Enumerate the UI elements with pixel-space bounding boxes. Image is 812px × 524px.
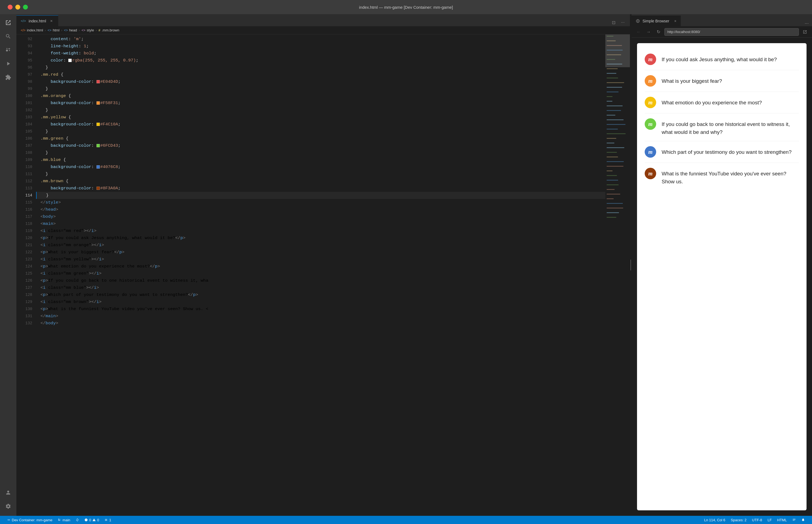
code-line[interactable]: } <box>36 149 605 156</box>
code-line[interactable]: </head> <box>36 206 605 213</box>
code-line[interactable]: <i class="mm blue"></i> <box>36 284 605 291</box>
forward-button[interactable]: → <box>645 28 652 36</box>
code-line[interactable]: font-weight: bold; <box>36 50 605 57</box>
breadcrumb-index-html[interactable]: </> index.html <box>21 28 43 32</box>
status-encoding[interactable]: UTF-8 <box>749 518 765 522</box>
code-line[interactable]: <p>What emotion do you experience the mo… <box>36 263 605 270</box>
breadcrumb-mm-brown[interactable]: # .mm.brown <box>98 28 119 32</box>
code-line[interactable]: } <box>36 85 605 92</box>
activity-settings-icon[interactable] <box>2 501 14 512</box>
breadcrumb-tag-icon: <> <box>48 29 51 32</box>
code-line[interactable]: <i class="mm brown"></i> <box>36 298 605 306</box>
line-number: 99 <box>16 85 32 92</box>
code-line[interactable]: <body> <box>36 213 605 220</box>
code-line[interactable]: <i class="mm green"></i> <box>36 270 605 277</box>
code-line[interactable]: </main> <box>36 313 605 320</box>
editor-tab-index-html[interactable]: </> index.html ✕ <box>16 15 58 26</box>
code-line[interactable]: } <box>36 107 605 114</box>
status-eol[interactable]: LF <box>765 518 774 522</box>
browser-tab-more[interactable]: ··· <box>805 20 812 26</box>
line-number: 119 <box>16 227 32 234</box>
status-sync[interactable] <box>73 516 82 524</box>
mm-item: mWhat emotion do you experience the most… <box>645 92 799 113</box>
code-line[interactable]: <p>What is your biggest fear?</p> <box>36 249 605 256</box>
open-external-button[interactable] <box>801 28 809 36</box>
code-line[interactable]: background-color: #F4C10A; <box>36 121 605 128</box>
code-editor[interactable]: 9293949596979899100101102103104105106107… <box>16 34 630 516</box>
status-ports[interactable]: 1 <box>102 516 114 524</box>
activity-explorer-icon[interactable] <box>2 17 14 29</box>
breadcrumb-class-icon: # <box>98 29 100 32</box>
back-button[interactable]: ← <box>635 28 642 36</box>
status-container[interactable]: Dev Container: mm-game <box>4 516 55 524</box>
status-spaces[interactable]: Spaces: 2 <box>728 518 749 522</box>
code-line[interactable]: .mm.red { <box>36 71 605 78</box>
activity-account-icon[interactable] <box>2 487 14 498</box>
code-line[interactable]: } <box>36 170 605 178</box>
code-line[interactable]: line-height: 1; <box>36 43 605 50</box>
browser-tab-close[interactable]: × <box>674 19 676 23</box>
code-line[interactable]: </body> <box>36 320 605 327</box>
code-line[interactable]: .mm.orange { <box>36 92 605 99</box>
code-line[interactable]: .mm.blue { <box>36 156 605 163</box>
close-button[interactable] <box>7 5 13 10</box>
line-number: 122 <box>16 249 32 256</box>
code-line[interactable]: } <box>36 64 605 71</box>
address-bar[interactable]: http://localhost:8080/ <box>664 28 799 36</box>
status-language[interactable]: HTML <box>775 518 790 522</box>
code-line[interactable]: <p>Which part of your testimony do you w… <box>36 291 605 298</box>
status-bell[interactable] <box>799 518 808 522</box>
status-spaces-text: Spaces: 2 <box>731 518 747 522</box>
line-number: 104 <box>16 121 32 128</box>
code-line[interactable]: <p>If you could go back to one historica… <box>36 277 605 284</box>
breadcrumb-style[interactable]: <> style <box>81 28 94 32</box>
line-number: 129 <box>16 298 32 306</box>
window-controls[interactable] <box>7 5 28 10</box>
mm-badge: m <box>645 97 656 108</box>
activity-source-control-icon[interactable] <box>2 44 14 56</box>
activity-search-icon[interactable] <box>2 31 14 42</box>
code-line[interactable]: } <box>36 128 605 135</box>
app-body: </> index.html ✕ ⊡ ··· </> index.html › … <box>0 14 812 516</box>
activity-extensions-icon[interactable] <box>2 71 14 83</box>
code-line[interactable]: background-color: #E04D4D; <box>36 78 605 85</box>
breadcrumb-head[interactable]: <> head <box>64 28 77 32</box>
status-errors[interactable]: 0 0 <box>82 516 102 524</box>
mm-question: What is the funniest YouTube video you'v… <box>662 168 799 185</box>
code-line[interactable]: <main> <box>36 220 605 227</box>
code-line[interactable]: background-color: #F58F31; <box>36 99 605 107</box>
maximize-button[interactable] <box>23 5 28 10</box>
activity-run-icon[interactable] <box>2 58 14 69</box>
code-content[interactable]: content: 'm'; line-height: 1; font-weigh… <box>36 34 605 516</box>
code-line[interactable]: color: rgba(255, 255, 255, 0.97); <box>36 57 605 64</box>
code-line[interactable]: content: 'm'; <box>36 35 605 43</box>
code-line[interactable]: <p>What is the funniest YouTube video yo… <box>36 306 605 313</box>
code-line[interactable]: <i class="mm orange"></i> <box>36 242 605 249</box>
line-number: 117 <box>16 213 32 220</box>
code-line[interactable]: background-color: #6FCD43; <box>36 142 605 149</box>
status-branch[interactable]: main <box>55 516 73 524</box>
code-line[interactable]: .mm.green { <box>36 135 605 142</box>
code-line[interactable]: background-color: #4076C8; <box>36 163 605 170</box>
code-line[interactable]: <i class="mm red"></i> <box>36 227 605 234</box>
status-position[interactable]: Ln 114, Col 6 <box>701 518 728 522</box>
line-number: 101 <box>16 99 32 107</box>
refresh-button[interactable]: ↻ <box>654 28 662 36</box>
browser-tab[interactable]: Simple Browser × <box>632 15 681 26</box>
breadcrumb-html[interactable]: <> html <box>48 28 60 32</box>
split-editor-button[interactable]: ⊡ <box>610 19 617 26</box>
code-line[interactable]: <p>If you could ask Jesus anything, what… <box>36 234 605 242</box>
minimize-button[interactable] <box>15 5 20 10</box>
code-line[interactable]: </style> <box>36 199 605 206</box>
line-number: 108 <box>16 149 32 156</box>
status-format[interactable] <box>790 518 799 522</box>
code-line[interactable]: .mm.brown { <box>36 178 605 185</box>
format-icon <box>792 518 796 522</box>
more-actions-button[interactable]: ··· <box>619 19 627 26</box>
code-line[interactable]: <i class="mm yellow"></i> <box>36 256 605 263</box>
code-line[interactable]: } <box>36 192 605 199</box>
editor-tab-close[interactable]: ✕ <box>49 19 54 23</box>
code-line[interactable]: .mm.yellow { <box>36 114 605 121</box>
mm-question: Which part of your testimony do you want… <box>662 146 792 156</box>
code-line[interactable]: background-color: #8F3A0A; <box>36 185 605 192</box>
